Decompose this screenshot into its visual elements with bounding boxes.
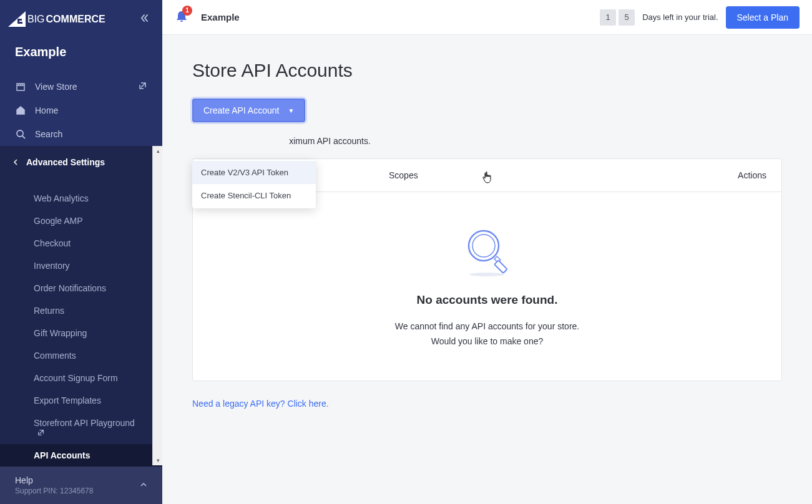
column-header-scopes: Scopes (389, 170, 698, 180)
trial-days: 1 5 (600, 9, 635, 26)
chevron-left-icon (12, 159, 19, 165)
empty-state: No accounts were found. We cannot find a… (193, 192, 781, 380)
section-header-advanced-settings[interactable]: Advanced Settings (0, 146, 162, 176)
sidebar-item-google-amp[interactable]: Google AMP (0, 210, 162, 232)
help-bar[interactable]: Help Support PIN: 12345678 (0, 467, 162, 504)
sidebar-item-comments[interactable]: Comments (0, 344, 162, 367)
home-icon (16, 105, 26, 115)
breadcrumb-title: Example (201, 12, 240, 22)
help-title: Help (15, 475, 147, 485)
magnifier-icon (462, 227, 513, 278)
create-api-account-button[interactable]: Create API Account ▼ (192, 99, 305, 122)
logo-text-commerce: COMMERCE (46, 14, 105, 25)
scroll-down-arrow-icon[interactable]: ▾ (153, 455, 163, 465)
create-button-label: Create API Account (203, 105, 279, 115)
create-api-dropdown: Create V2/V3 API Token Create Stencil-CL… (192, 160, 316, 208)
select-plan-button[interactable]: Select a Plan (726, 6, 800, 29)
sidebar: BIGCOMMERCE Example View Store Home Sear… (0, 0, 162, 504)
nav-label: View Store (35, 82, 77, 92)
external-link-icon (37, 429, 45, 436)
scroll-up-arrow-icon[interactable]: ▴ (153, 146, 163, 156)
page-title: Store API Accounts (192, 60, 782, 81)
empty-line: We cannot find any API accounts for your… (208, 319, 766, 334)
chevron-double-left-icon (139, 12, 150, 24)
sidebar-item-storefront-api-playground[interactable]: Storefront API Playground (0, 412, 162, 444)
sidebar-item-order-notifications[interactable]: Order Notifications (0, 277, 162, 299)
external-link-icon (139, 81, 147, 90)
nav-label: Search (35, 129, 62, 139)
nav-home[interactable]: Home (0, 99, 162, 122)
nav-label: Home (35, 105, 58, 115)
notification-badge: 1 (182, 6, 192, 16)
sidebar-item-inventory[interactable]: Inventory (0, 254, 162, 277)
nav-view-store[interactable]: View Store (0, 74, 162, 99)
chevron-up-icon (140, 481, 147, 488)
legacy-key-link[interactable]: Need a legacy API key? Click here. (192, 399, 782, 409)
empty-line: Would you like to make one? (208, 334, 766, 349)
main: 1 Example 1 5 Days left in your trial. S… (162, 0, 812, 504)
sidebar-item-returns[interactable]: Returns (0, 299, 162, 322)
svg-point-3 (472, 235, 495, 257)
sidebar-item-api-accounts[interactable]: API Accounts (0, 444, 162, 467)
dropdown-item-stencil-cli-token[interactable]: Create Stencil-CLI Token (192, 184, 316, 207)
brand-logo[interactable]: BIGCOMMERCE (7, 11, 105, 27)
dropdown-item-v2v3-token[interactable]: Create V2/V3 API Token (192, 161, 316, 184)
sidebar-item-web-analytics[interactable]: Web Analytics (0, 187, 162, 210)
search-icon (16, 129, 26, 139)
sidebar-item-checkout[interactable]: Checkout (0, 232, 162, 254)
trial-day-digit: 1 (600, 9, 616, 26)
logo-icon (7, 11, 26, 27)
svg-point-2 (469, 231, 499, 261)
collapse-sidebar-button[interactable] (139, 12, 150, 26)
svg-point-0 (17, 130, 23, 137)
caret-down-icon: ▼ (288, 107, 294, 114)
trial-day-digit: 5 (619, 9, 635, 26)
sidebar-item-account-signup-form[interactable]: Account Signup Form (0, 367, 162, 389)
topbar: 1 Example 1 5 Days left in your trial. S… (162, 0, 812, 35)
empty-title: No accounts were found. (208, 293, 766, 307)
logo-text-big: BIG (27, 14, 45, 25)
trial-text: Days left in your trial. (642, 12, 718, 22)
sidebar-scrollbar[interactable]: ▴ ▾ (152, 146, 162, 465)
section-header-label: Advanced Settings (26, 157, 105, 167)
store-icon (16, 82, 26, 92)
svg-point-1 (469, 273, 504, 276)
column-header-actions: Actions (698, 170, 766, 180)
nav-search[interactable]: Search (0, 122, 162, 146)
account-limit-hint: You are using 0 of 50 maximum API accoun… (192, 136, 782, 146)
svg-rect-5 (494, 260, 507, 273)
sidebar-item-gift-wrapping[interactable]: Gift Wrapping (0, 322, 162, 344)
sidebar-item-export-templates[interactable]: Export Templates (0, 389, 162, 412)
store-name: Example (0, 39, 162, 74)
notifications-button[interactable]: 1 (175, 9, 188, 26)
sub-nav-list: Web Analytics Google AMP Checkout Invent… (0, 176, 162, 467)
help-pin: Support PIN: 12345678 (15, 487, 147, 495)
